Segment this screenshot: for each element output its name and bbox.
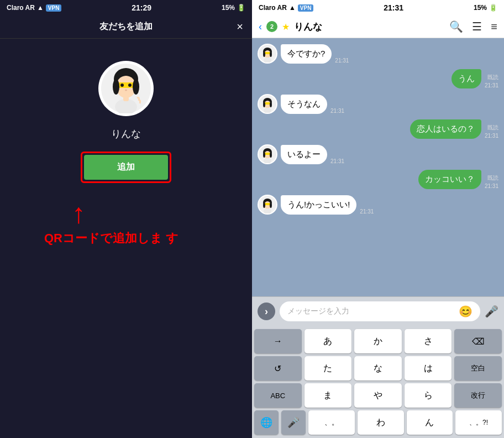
emoji-icon[interactable]: 😊 xyxy=(459,305,473,318)
chat-area: 今ですか? 21:31 既読 21:31 うん xyxy=(252,38,504,296)
left-carrier: Claro AR xyxy=(7,4,35,12)
key-ha[interactable]: は xyxy=(405,356,452,380)
keyboard-row-4: 🌐 🎤 、。 わ ん 、。?! xyxy=(254,410,502,435)
note-icon[interactable]: ☰ xyxy=(472,20,482,33)
avatar-illustration xyxy=(101,64,151,113)
expand-icon: › xyxy=(265,306,268,317)
right-panel: Claro AR ▲ VPN 21:31 15% 🔋 ‹ 2 ★ りんな 🔍 ☰… xyxy=(252,0,504,438)
key-hatsuon[interactable]: 、。 xyxy=(308,410,355,435)
timestamp-2: 既読 21:31 xyxy=(485,74,498,88)
svg-point-9 xyxy=(113,79,119,95)
left-vpn-badge: VPN xyxy=(46,4,62,12)
right-time: 21:31 xyxy=(384,3,403,12)
arrow-up: ↑ xyxy=(72,200,86,227)
message-input-field[interactable]: メッセージを入力 😊 xyxy=(280,301,480,321)
add-button[interactable]: 追加 xyxy=(84,155,168,180)
microphone-icon[interactable]: 🎤 xyxy=(485,305,498,318)
key-ya[interactable]: や xyxy=(354,383,402,408)
svg-point-31 xyxy=(263,152,265,158)
key-ma[interactable]: ま xyxy=(305,383,352,408)
star-icon: ★ xyxy=(282,22,290,32)
chat-message-4: 既読 21:31 恋人はいるの？ xyxy=(258,119,498,139)
key-sa[interactable]: さ xyxy=(405,329,452,353)
message-input-area: › メッセージを入力 😊 🎤 xyxy=(252,296,504,326)
key-ta[interactable]: た xyxy=(305,356,352,380)
unread-badge: 2 xyxy=(266,21,277,32)
left-time: 21:29 xyxy=(132,3,151,12)
chat-message-2: 既読 21:31 うん xyxy=(258,69,498,88)
key-punct[interactable]: 、。?! xyxy=(455,410,502,435)
timestamp-3: 21:31 xyxy=(330,108,344,114)
left-status-left: Claro AR ▲ VPN xyxy=(7,4,61,12)
key-arrow[interactable]: → xyxy=(254,329,302,353)
right-battery-area: 15% 🔋 xyxy=(474,4,497,12)
key-globe[interactable]: 🌐 xyxy=(254,410,279,435)
arrow-container: ↑ QRコードで追加しま す xyxy=(11,200,241,247)
svg-point-24 xyxy=(263,102,265,107)
keyboard-row-3: ABC ま や ら 改行 xyxy=(254,383,502,408)
key-space-jp[interactable]: 空白 xyxy=(454,356,502,380)
svg-point-39 xyxy=(270,202,272,208)
timestamp-4: 既読 21:31 xyxy=(485,124,498,139)
timestamp-7: 21:31 xyxy=(360,208,374,215)
keyboard-row-1: → あ か さ ⌫ xyxy=(254,329,502,353)
left-wifi-icon: ▲ xyxy=(37,4,44,12)
key-delete[interactable]: ⌫ xyxy=(454,329,502,353)
right-wifi-icon: ▲ xyxy=(289,4,296,12)
key-n[interactable]: ん xyxy=(407,410,453,435)
chat-header: ‹ 2 ★ りんな 🔍 ☰ ≡ xyxy=(252,15,504,38)
right-vpn-badge: VPN xyxy=(298,4,314,12)
profile-name: りんな xyxy=(111,127,141,140)
search-icon[interactable]: 🔍 xyxy=(449,20,463,33)
chat-message-7: うん!かっこいい! 21:31 xyxy=(258,195,498,215)
right-status-bar: Claro AR ▲ VPN 21:31 15% 🔋 xyxy=(252,0,504,15)
left-header: 友だちを追加 × xyxy=(0,15,252,39)
header-icons: 🔍 ☰ ≡ xyxy=(449,20,497,33)
add-button-wrapper: 追加 xyxy=(81,152,171,183)
avatar xyxy=(98,61,154,116)
svg-point-4 xyxy=(120,84,124,87)
key-a[interactable]: あ xyxy=(305,329,352,353)
message-avatar-1 xyxy=(258,44,277,64)
right-battery-pct: 15% xyxy=(474,4,487,12)
timestamp-1: 21:31 xyxy=(335,58,349,64)
chat-message-5: いるよー 21:31 xyxy=(258,144,498,164)
right-carrier: Claro AR xyxy=(259,4,287,12)
left-battery-icon: 🔋 xyxy=(237,4,245,12)
timestamp-5: 21:31 xyxy=(330,158,344,164)
message-avatar-3 xyxy=(258,94,277,114)
left-battery-pct: 15% xyxy=(222,4,235,12)
menu-icon[interactable]: ≡ xyxy=(491,20,497,33)
keyboard-row-2: ↺ た な は 空白 xyxy=(254,356,502,380)
key-na[interactable]: な xyxy=(354,356,402,380)
close-button[interactable]: × xyxy=(237,20,243,33)
key-wa[interactable]: わ xyxy=(358,410,404,435)
bubble-received-5: いるよー xyxy=(281,145,327,164)
key-ra[interactable]: ら xyxy=(405,383,452,408)
svg-point-10 xyxy=(133,79,139,95)
message-avatar-7 xyxy=(258,195,277,215)
key-ka[interactable]: か xyxy=(354,329,402,353)
left-battery-area: 15% 🔋 xyxy=(222,4,245,12)
qr-code-text: QRコードで追加しま す xyxy=(44,230,179,247)
key-mic[interactable]: 🎤 xyxy=(281,410,306,435)
expand-button[interactable]: › xyxy=(258,303,275,320)
key-abc[interactable]: ABC xyxy=(254,383,302,408)
chat-message-1: 今ですか? 21:31 xyxy=(258,44,498,64)
svg-point-8 xyxy=(125,90,127,91)
svg-point-18 xyxy=(270,51,272,57)
back-chevron-icon: ‹ xyxy=(259,21,262,33)
key-return[interactable]: 改行 xyxy=(454,383,502,408)
bubble-received-3: そうなん xyxy=(281,95,327,114)
left-panel: Claro AR ▲ VPN 21:29 15% 🔋 友だちを追加 × xyxy=(0,0,252,438)
svg-point-32 xyxy=(270,152,272,158)
left-header-title: 友だちを追加 xyxy=(99,21,153,33)
message-avatar-5 xyxy=(258,144,277,164)
right-battery-icon: 🔋 xyxy=(489,4,497,12)
key-undo[interactable]: ↺ xyxy=(254,356,302,380)
left-content: りんな 追加 ↑ QRコードで追加しま す xyxy=(0,39,252,438)
right-status-left: Claro AR ▲ VPN xyxy=(259,4,313,12)
back-button[interactable]: ‹ xyxy=(259,21,262,33)
red-arrow-icon: ↑ xyxy=(72,200,86,227)
keyboard: → あ か さ ⌫ ↺ た な は 空白 ABC ま や ら 改行 🌐 🎤 、。… xyxy=(252,326,504,438)
